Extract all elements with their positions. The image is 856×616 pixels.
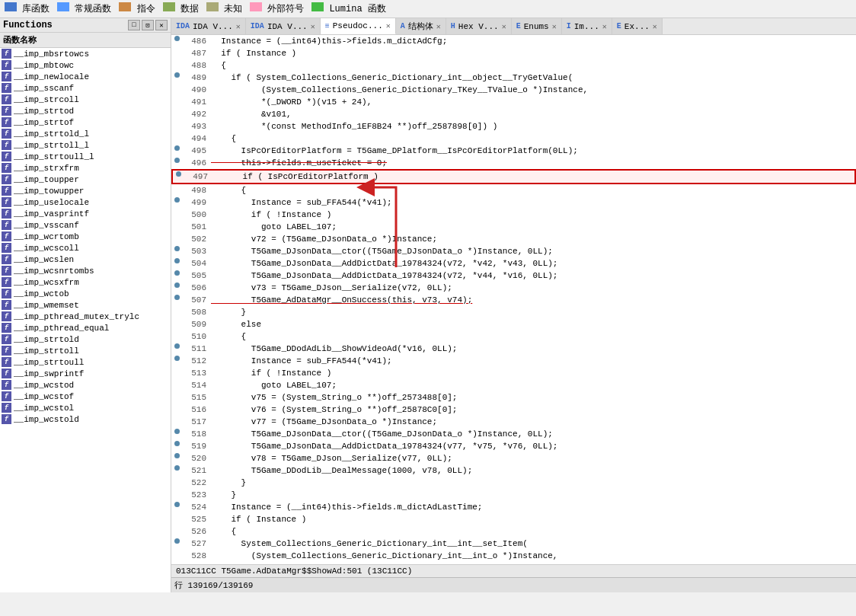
tab-close-4[interactable]: ✕ (502, 22, 506, 31)
code-row[interactable]: 506 v73 = T5Game_DJson__Serialize(v72, 0… (171, 282, 856, 294)
code-row[interactable]: 498 { (171, 184, 856, 196)
function-list[interactable]: f__imp_mbsrtowcsf__imp_mbtowcf__imp_newl… (0, 48, 171, 592)
tab-2[interactable]: ≡Pseudoc...✕ (321, 18, 396, 34)
code-row[interactable]: 522 } (171, 477, 856, 489)
function-item[interactable]: f__imp_strtold_l (0, 128, 171, 139)
code-row[interactable]: 490 (System_Collections_Generic_Dictiona… (171, 84, 856, 96)
code-row[interactable]: 526 { (171, 525, 856, 538)
tab-close-7[interactable]: ✕ (653, 22, 657, 31)
tab-close-3[interactable]: ✕ (436, 22, 441, 31)
code-row[interactable]: 513 if ( !Instance ) (171, 367, 856, 379)
code-row[interactable]: 503 T5Game_DJsonData__ctor((T5Game_DJson… (171, 245, 856, 257)
code-row[interactable]: 508 } (171, 306, 856, 318)
code-row[interactable]: 521 T5Game_DDodLib__DealMessage(1000, v7… (171, 464, 856, 477)
function-item[interactable]: f__imp_pthread_mutex_trylc (0, 311, 171, 322)
function-item[interactable]: f__imp_strtoull (0, 356, 171, 368)
tab-4[interactable]: HHex V...✕ (446, 18, 512, 34)
function-item[interactable]: f__imp_mbsrtowcs (0, 48, 171, 59)
code-row[interactable]: 491 *(_DWORD *)(v15 + 24), (171, 96, 856, 108)
function-item[interactable]: f__imp_wcstof (0, 391, 171, 402)
code-row[interactable]: 512 Instance = sub_FFA544(*v41); (171, 355, 856, 367)
function-item[interactable]: f__imp_strtof (0, 116, 171, 128)
function-item[interactable]: f__imp_vasprintf (0, 208, 171, 219)
line-code: T5Game_DJsonData__AddDictData_19784324(v… (211, 257, 856, 270)
code-row[interactable]: 502 v72 = (T5Game_DJsonData_o *)Instance… (171, 233, 856, 245)
function-item[interactable]: f__imp_strtoull_l (0, 151, 171, 162)
function-item[interactable]: f__imp_wmemset (0, 299, 171, 311)
function-item[interactable]: f__imp_wcstol (0, 402, 171, 413)
function-item[interactable]: f__imp_swprintf (0, 368, 171, 379)
code-row[interactable]: 492 &v101, (171, 108, 856, 120)
code-row[interactable]: 497 if ( IsPcOrEditorPlatform ) (171, 169, 856, 184)
tab-close-5[interactable]: ✕ (552, 22, 557, 31)
function-item[interactable]: f__imp_wcstod (0, 379, 171, 391)
function-item[interactable]: f__imp_towupper (0, 185, 171, 196)
function-item[interactable]: f__imp_strtod (0, 105, 171, 116)
function-item[interactable]: f__imp_wcsxfrm (0, 276, 171, 288)
panel-restore-button[interactable]: □ (128, 20, 140, 30)
code-row[interactable]: 524 Instance = (__int64)this->fields.m_d… (171, 501, 856, 513)
code-row[interactable]: 493 *(const MethodInfo_1EF8B24 **)off_25… (171, 120, 856, 132)
code-row[interactable]: 494 { (171, 132, 856, 145)
code-row[interactable]: 517 v77 = (T5Game_DJsonData_o *)Instance… (171, 416, 856, 428)
code-row[interactable]: 486 Instance = (__int64)this->fields.m_d… (171, 35, 856, 47)
function-item[interactable]: f__imp_wcsnrtombs (0, 265, 171, 276)
code-row[interactable]: 525 if ( Instance ) (171, 513, 856, 525)
code-row[interactable]: 509 else (171, 318, 856, 330)
code-row[interactable]: 487 if ( Instance ) (171, 47, 856, 59)
code-row[interactable]: 527 System_Collections_Generic_Dictionar… (171, 538, 856, 550)
function-item[interactable]: f__imp_sscanf (0, 82, 171, 94)
function-item[interactable]: f__imp_pthread_equal (0, 322, 171, 334)
tab-1[interactable]: IDAIDA V...✕ (246, 18, 321, 34)
function-item[interactable]: f__imp_strtold (0, 334, 171, 345)
function-item[interactable]: f__imp_newlocale (0, 71, 171, 82)
code-row[interactable]: 510 { (171, 330, 856, 343)
function-item[interactable]: f__imp_strcoll (0, 94, 171, 105)
tab-0[interactable]: IDAIDA V...✕ (171, 18, 246, 34)
code-row[interactable]: 523 } (171, 489, 856, 501)
code-row[interactable]: 489 if ( System_Collections_Generic_Dict… (171, 72, 856, 84)
code-row[interactable]: 496 this->fields.m_useTicket = 0; (171, 157, 856, 169)
code-row[interactable]: 499 Instance = sub_FFA544(*v41); (171, 196, 856, 209)
function-item[interactable]: f__imp_strxfrm (0, 162, 171, 174)
code-row[interactable]: 507 T5Game_AdDataMgr__OnSuccess(this, v7… (171, 294, 856, 306)
code-row[interactable]: 520 v78 = T5Game_DJson__Serialize(v77, 0… (171, 452, 856, 464)
function-item[interactable]: f__imp_wcstold (0, 413, 171, 425)
code-row[interactable]: 519 T5Game_DJsonData__AddDictData_197843… (171, 440, 856, 452)
panel-detach-button[interactable]: ⊡ (142, 20, 154, 30)
tab-6[interactable]: IIm...✕ (562, 18, 612, 34)
code-row[interactable]: 488 { (171, 59, 856, 72)
function-item[interactable]: f__imp_wcscoll (0, 242, 171, 254)
code-row[interactable]: 504 T5Game_DJsonData__AddDictData_197843… (171, 257, 856, 270)
tab-3[interactable]: A结构体✕ (396, 18, 446, 34)
panel-close-button[interactable]: ✕ (155, 20, 168, 30)
code-row[interactable]: 529 *(_DWORD *)(v15 + 24), (171, 562, 856, 564)
tab-7[interactable]: EEx...✕ (612, 18, 663, 34)
code-area[interactable]: 486 Instance = (__int64)this->fields.m_d… (171, 35, 856, 564)
tab-5[interactable]: EEnums✕ (512, 18, 562, 34)
code-row[interactable]: 518 T5Game_DJsonData__ctor((T5Game_DJson… (171, 428, 856, 440)
code-row[interactable]: 500 if ( !Instance ) (171, 209, 856, 221)
function-item[interactable]: f__imp_wcslen (0, 254, 171, 265)
code-row[interactable]: 528 (System_Collections_Generic_Dictiona… (171, 550, 856, 562)
code-row[interactable]: 515 v75 = (System_String_o **)off_257348… (171, 391, 856, 404)
code-row[interactable]: 511 T5Game_DDodAdLib__ShowVideoAd(*v16, … (171, 343, 856, 355)
function-item[interactable]: f__imp_vsscanf (0, 219, 171, 231)
function-item[interactable]: f__imp_mbtowc (0, 59, 171, 71)
function-name: __imp_vsscanf (14, 221, 79, 230)
function-item[interactable]: f__imp_toupper (0, 174, 171, 185)
function-item[interactable]: f__imp_uselocale (0, 196, 171, 208)
code-row[interactable]: 501 goto LABEL_107; (171, 221, 856, 233)
code-row[interactable]: 505 T5Game_DJsonData__AddDictData_197843… (171, 270, 856, 282)
function-item[interactable]: f__imp_strtoll_l (0, 139, 171, 151)
code-row[interactable]: 516 v76 = (System_String_o **)off_25878C… (171, 404, 856, 416)
tab-close-1[interactable]: ✕ (311, 22, 315, 31)
code-row[interactable]: 514 goto LABEL_107; (171, 379, 856, 391)
tab-close-0[interactable]: ✕ (236, 22, 241, 31)
function-item[interactable]: f__imp_wcrtomb (0, 231, 171, 242)
function-item[interactable]: f__imp_strtoll (0, 345, 171, 356)
tab-close-2[interactable]: ✕ (386, 21, 391, 30)
function-item[interactable]: f__imp_wctob (0, 288, 171, 299)
tab-close-6[interactable]: ✕ (602, 22, 607, 31)
code-row[interactable]: 495 IsPcOrEditorPlatform = T5Game_DPlatf… (171, 145, 856, 157)
